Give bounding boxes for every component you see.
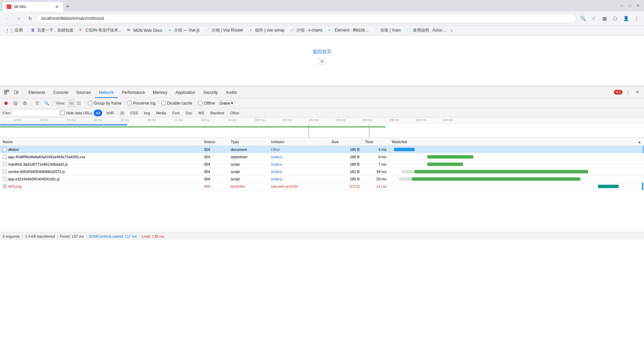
col-header-name[interactable]: Name <box>0 140 201 144</box>
tab-audits[interactable]: Audits <box>222 88 241 98</box>
close-button[interactable]: ✕ <box>635 2 641 9</box>
address-input[interactable]: localhost/dkbbs/#/main/notfound <box>37 14 576 23</box>
filter-all-button[interactable]: All <box>94 110 102 116</box>
filter-ws-button[interactable]: WS <box>196 110 207 116</box>
tab-performance[interactable]: Performance <box>118 88 149 98</box>
tab-sources[interactable]: Sources <box>72 88 95 98</box>
col-header-size[interactable]: Size <box>329 140 362 144</box>
col-header-time[interactable]: Time <box>362 140 389 144</box>
table-row[interactable]: app.e321644b391404591d2c.js 304 script (… <box>0 175 644 183</box>
throttle-select[interactable]: Online ▾ <box>218 100 235 106</box>
filter-css-button[interactable]: CSS <box>128 110 140 116</box>
filter-other-button[interactable]: Other <box>228 110 242 116</box>
col-header-waterfall[interactable]: Waterfall ▲ <box>389 140 644 144</box>
table-row[interactable]: 🖼 404.png 404 text/html vue.esm.js:6761 … <box>0 183 644 190</box>
group-by-frame-checkbox[interactable]: Group by frame <box>88 101 121 106</box>
offline-input[interactable] <box>198 101 202 105</box>
filter-js-button[interactable]: JS <box>118 110 127 116</box>
large-rows-icon[interactable] <box>75 100 82 107</box>
tab-memory[interactable]: Memory <box>149 88 171 98</box>
bookmark-vue[interactable]: ▲ 介绍 — Vue.js <box>165 27 202 34</box>
group-by-frame-input[interactable] <box>88 101 92 105</box>
cell-initiator[interactable]: vue.esm.js:6761 <box>268 184 329 188</box>
filter-font-button[interactable]: Font <box>170 110 182 116</box>
minimize-button[interactable]: ─ <box>619 2 625 9</box>
browser-tab[interactable]: dk-bbs ✕ <box>3 2 63 11</box>
finish-time: Finish: 137 ms <box>60 234 84 238</box>
tab-application[interactable]: Application <box>171 88 199 98</box>
filter-doc-button[interactable]: Doc <box>183 110 195 116</box>
forward-button[interactable]: → <box>14 14 23 23</box>
search-icon[interactable]: 🔍 <box>578 14 588 23</box>
bookmark-baidu[interactable]: 百 百度一下，你就知道 <box>29 27 76 34</box>
offline-checkbox[interactable]: Offline <box>198 101 215 106</box>
disable-cache-checkbox[interactable]: Disable cache <box>161 101 192 106</box>
hide-data-urls[interactable]: Hide data URLs <box>60 111 92 115</box>
svg-point-5 <box>4 102 8 105</box>
bookmark-vuex[interactable]: 📄 安装 | Vuex <box>372 27 404 34</box>
col-header-initiator[interactable]: Initiator <box>268 140 329 144</box>
bookmark-element[interactable]: ● Element - 网站快... <box>326 27 371 34</box>
filter-manifest-button[interactable]: Manifest <box>208 110 227 116</box>
disable-cache-input[interactable] <box>161 101 166 105</box>
list-view-icon[interactable] <box>68 100 75 107</box>
tab-elements[interactable]: Elements <box>24 88 49 98</box>
hide-data-urls-checkbox[interactable] <box>60 111 65 115</box>
bookmark-apps[interactable]: ⋮⋮ 应用 <box>3 27 25 34</box>
search-icon[interactable]: 🔍 <box>43 100 50 107</box>
more-bookmarks-icon[interactable]: » <box>451 28 453 33</box>
screenshot-button[interactable] <box>21 100 28 107</box>
status-sep3: | <box>86 234 87 238</box>
maximize-button[interactable]: □ <box>627 2 633 9</box>
preserve-log-checkbox[interactable]: Preserve log <box>127 101 156 106</box>
bookmark-star-icon[interactable]: ☆ <box>589 14 598 23</box>
filter-media-button[interactable]: Media <box>154 110 168 116</box>
new-tab-button[interactable]: + <box>63 2 72 11</box>
qr-icon[interactable]: ▦ <box>600 14 609 23</box>
bookmark-mdn[interactable]: M MDN Web Docs <box>125 27 165 34</box>
cell-waterfall <box>389 168 644 175</box>
tab-close-button[interactable]: ✕ <box>55 4 59 9</box>
filter-icon[interactable] <box>34 100 41 107</box>
col-header-type[interactable]: Type <box>228 140 268 144</box>
filter-input[interactable] <box>12 110 59 116</box>
account-icon[interactable]: 👤 <box>621 14 631 23</box>
close-devtools-icon[interactable]: ✕ <box>633 88 641 96</box>
table-row[interactable]: vendor.66626940540840b2d372.js 304 scrip… <box>0 168 644 175</box>
cell-initiator[interactable]: (index) <box>268 177 329 181</box>
cell-initiator[interactable]: (index) <box>268 170 329 174</box>
bookmark-axios[interactable]: 📄 使用说明 · Axios ... <box>404 27 449 34</box>
cell-initiator[interactable]: (index) <box>268 162 329 166</box>
bookmark-csdn[interactable]: C CSDN-专业IT技术... <box>77 27 124 34</box>
cell-initiator: Other <box>268 148 329 152</box>
table-row[interactable]: dkbbs/ 304 document Other 180 B 4 ms <box>0 146 644 153</box>
back-home-link[interactable]: 返回首页 <box>313 49 331 55</box>
more-options-icon[interactable]: ⋮ <box>624 88 632 96</box>
table-row[interactable]: manifest.3ad1d5771e9b13dbdad2.js 304 scr… <box>0 161 644 168</box>
ruler-mark-120ms: 120 ms <box>309 118 319 122</box>
filter-xhr-button[interactable]: XHR <box>104 110 116 116</box>
menu-icon[interactable]: ⋮ <box>632 14 641 23</box>
back-button[interactable]: ← <box>3 14 12 23</box>
col-header-status[interactable]: Status <box>201 140 228 144</box>
tab-network[interactable]: Network <box>95 88 118 98</box>
preserve-log-input[interactable] <box>127 101 132 105</box>
tab-console[interactable]: Console <box>49 88 72 98</box>
bookmark-vue-router[interactable]: 📄 介绍 | Vue Router <box>203 27 246 34</box>
bookmark-vcharts[interactable]: 📈 介绍 - v-charts <box>288 27 325 34</box>
refresh-button[interactable]: ↻ <box>25 14 35 23</box>
bookmark-label: 介绍 — Vue.js <box>174 27 200 33</box>
svg-rect-2 <box>5 93 6 94</box>
record-button[interactable] <box>3 100 9 107</box>
tab-security[interactable]: Security <box>199 88 222 98</box>
offline-label: Offline <box>204 101 215 106</box>
inspect-element-icon[interactable] <box>3 88 11 96</box>
filter-img-button[interactable]: Img <box>142 110 152 116</box>
bookmark-vue-amap[interactable]: ▲ 组件 | vue-amap <box>247 27 287 34</box>
extension-icon[interactable]: ⬡ <box>610 14 620 23</box>
file-icon <box>3 148 7 152</box>
clear-button[interactable] <box>12 100 19 107</box>
device-toolbar-icon[interactable] <box>12 88 20 96</box>
cell-initiator[interactable]: (index) <box>268 155 329 159</box>
table-row[interactable]: app.45d8f96d4b8a83af1491e493e72a4255.css… <box>0 153 644 161</box>
